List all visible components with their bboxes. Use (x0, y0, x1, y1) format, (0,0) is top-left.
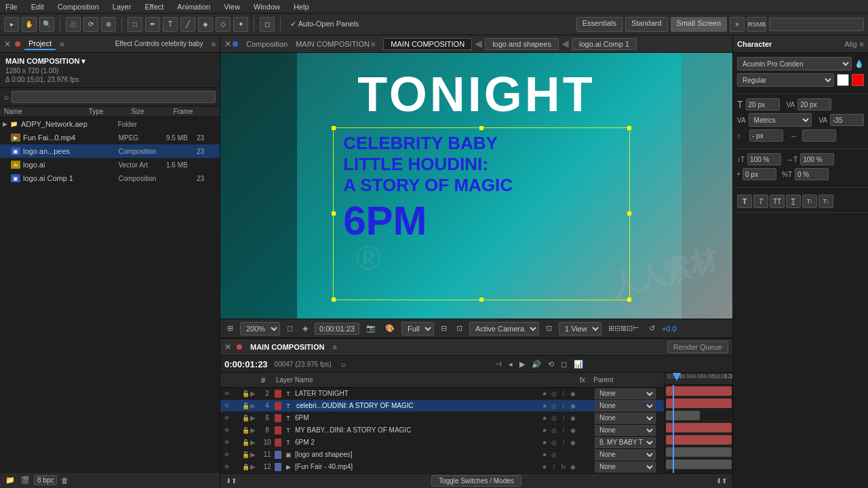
bottom-right-icon1[interactable]: ⬇ (716, 477, 722, 485)
vis-btn[interactable]: 👁 (222, 415, 231, 422)
rotate-btn[interactable]: ↺ (646, 323, 658, 334)
expand-btn[interactable]: ▶ (250, 402, 260, 409)
workspace-more[interactable]: » (730, 17, 745, 32)
overlay-btn[interactable]: ⊡ (454, 323, 465, 334)
layer-name[interactable]: MY BABY...DINI: A STORY OF MAGIC (295, 426, 540, 434)
lock-btn[interactable]: 🔓 (241, 403, 250, 409)
parent-select[interactable]: None (595, 425, 656, 436)
expand-btn[interactable]: ▶ (250, 439, 260, 446)
region-btn[interactable]: ◻ (284, 323, 296, 334)
play-btn[interactable]: ▶ (518, 359, 526, 370)
audio-btn[interactable]: 🔊 (530, 359, 542, 370)
tab-logo-comp1[interactable]: logo.ai Comp 1 (572, 38, 637, 50)
font-style-select[interactable]: Regular (737, 73, 834, 87)
color-btn[interactable]: 🎨 (382, 323, 397, 334)
sw-circle[interactable]: ◉ (569, 390, 577, 397)
panel-menu[interactable]: ≡ (60, 40, 64, 48)
tab-project[interactable]: Project (24, 38, 56, 50)
leading-input[interactable] (749, 129, 783, 142)
renderer-btn[interactable]: RSMB (747, 17, 766, 32)
timeline-menu[interactable]: ≡ (332, 343, 336, 351)
first-frame-btn[interactable]: ⊣ (494, 359, 503, 370)
vis-btn[interactable]: 👁 (222, 390, 231, 397)
lock-btn[interactable]: 🔓 (241, 439, 250, 446)
prev-frame-btn[interactable]: ◂ (507, 359, 514, 370)
menu-edit[interactable]: Edit (28, 3, 47, 11)
view-select[interactable]: 1 View (559, 322, 601, 336)
fill-color-swatch[interactable] (837, 74, 849, 86)
layer-name[interactable]: [Fun Fair - 40.mp4] (295, 463, 540, 470)
sw-slash[interactable]: / (559, 403, 568, 409)
eraser-tool[interactable]: ◇ (216, 17, 231, 32)
fmt-bold[interactable]: T (737, 195, 752, 208)
zoom-tool[interactable]: 🔍 (39, 17, 54, 32)
expand-btn[interactable]: ▶ (250, 390, 260, 397)
chart-btn[interactable]: 📊 (572, 359, 585, 370)
workspace-standard[interactable]: Standard (625, 17, 668, 32)
sw-dot[interactable]: ◎ (550, 439, 558, 446)
fmt-smallcaps[interactable]: T̲ (786, 195, 801, 208)
lock-btn[interactable]: 🔓 (241, 451, 250, 458)
font-size-input[interactable] (746, 98, 780, 110)
timecode-display[interactable]: 0:00:01:23 (315, 323, 359, 335)
layer-name[interactable]: 6PM (295, 414, 540, 422)
fmt-sub[interactable]: T↓ (818, 195, 833, 208)
workspace-small-screen[interactable]: Small Screen (671, 17, 727, 32)
parent-select[interactable]: None (595, 449, 656, 460)
sw-star[interactable]: ★ (540, 427, 549, 434)
list-item[interactable]: Ai logo.ai Vector Art 1.6 MB (0, 158, 220, 171)
char-panel-menu[interactable]: ≡ (860, 40, 864, 48)
sw-circle[interactable]: ◉ (569, 415, 577, 422)
delete-btn[interactable]: 🗑 (60, 475, 70, 486)
lock-btn[interactable]: 🔓 (241, 415, 250, 422)
expand-btn[interactable]: ▶ (250, 414, 260, 422)
sw-dot[interactable]: ◎ (550, 390, 558, 397)
fmt-allcaps[interactable]: TT (770, 195, 785, 208)
selection-tool[interactable]: ▸ (4, 17, 19, 32)
render-queue-btn[interactable]: Render Queue (667, 341, 728, 353)
sw-dot[interactable]: ◎ (550, 427, 558, 434)
new-comp-btn[interactable]: 🎬 (19, 474, 31, 486)
menu-view[interactable]: View (221, 3, 243, 11)
parent-select[interactable]: None (595, 388, 656, 399)
menu-composition[interactable]: Composition (55, 3, 102, 11)
sw-star[interactable]: ★ (540, 439, 549, 446)
vis-btn[interactable]: 👁 (222, 451, 231, 458)
sw-dot[interactable]: ◎ (550, 451, 558, 458)
rect-tool[interactable]: □ (127, 17, 142, 32)
text-tool[interactable]: T (163, 17, 178, 32)
sw-star[interactable]: ★ (540, 390, 549, 397)
zoom-select[interactable]: 200% (240, 322, 280, 336)
tab-logo-shapes[interactable]: logo and shapees (485, 38, 559, 50)
sw-circle[interactable]: ◉ (569, 439, 577, 446)
orbit-tool[interactable]: ⟳ (83, 17, 98, 32)
parent-select[interactable]: None (595, 413, 656, 424)
menu-window[interactable]: Window (251, 3, 283, 11)
sw-slash[interactable]: / (559, 415, 568, 422)
list-item[interactable]: ▣ logo.ai Comp 1 Composition 23 (0, 171, 220, 185)
bottom-left-icon2[interactable]: ⬆ (231, 477, 237, 485)
preview-btn[interactable]: ◻ (559, 359, 568, 370)
panel-close[interactable]: ✕ (4, 39, 11, 49)
lock-btn[interactable]: 🔓 (241, 427, 250, 434)
vis-btn[interactable]: 👁 (222, 439, 231, 446)
baseline-input[interactable] (743, 168, 776, 180)
puppet-tool[interactable]: ✦ (233, 17, 248, 32)
expand-btn[interactable]: ▶ (250, 426, 260, 434)
sw-star[interactable]: ★ (540, 451, 549, 458)
sw-circle[interactable]: ◉ (569, 403, 577, 409)
search-input[interactable] (769, 18, 864, 31)
comp-panel-close[interactable]: ✕ (224, 39, 231, 49)
vis-btn[interactable]: 👁 (222, 464, 231, 470)
sw-circle[interactable]: ◉ (569, 427, 577, 434)
sw-slash[interactable]: / (559, 390, 568, 397)
expand-btn[interactable]: ▶ (250, 451, 260, 458)
layer-name[interactable]: celebri...OUDINI: A STORY OF MAGIC (295, 402, 540, 409)
sw-slash[interactable]: / (559, 427, 568, 434)
expand-btn[interactable]: ▶ (250, 463, 260, 470)
list-item[interactable]: ▣ logo an...pees Composition 23 (0, 144, 220, 158)
layer-name[interactable]: [logo and shapees] (295, 451, 540, 458)
tab-effect-controls[interactable]: Effect Controls celebrity baby (111, 39, 208, 49)
list-item[interactable]: ▶ Fun Fai...0.mp4 MPEG 9.5 MB 23 (0, 131, 220, 144)
project-search-input[interactable] (12, 91, 216, 103)
